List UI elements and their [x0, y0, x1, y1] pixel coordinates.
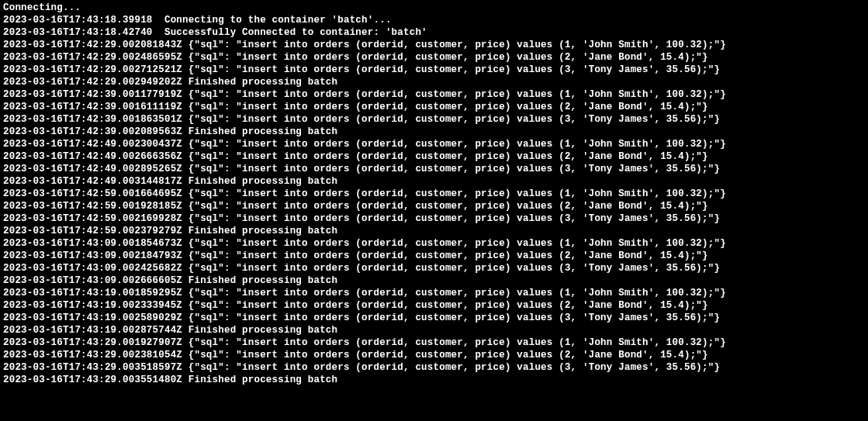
log-line: 2023-03-16T17:43:18.39918 Connecting to …	[3, 14, 865, 26]
log-line: 2023-03-16T17:43:09.002666605Z Finished …	[3, 274, 865, 287]
log-line: 2023-03-16T17:43:19.002333945Z {"sql": "…	[3, 299, 865, 312]
log-line: 2023-03-16T17:42:39.001611119Z {"sql": "…	[3, 101, 865, 113]
log-line: 2023-03-16T17:43:09.002184793Z {"sql": "…	[3, 250, 865, 262]
log-line: 2023-03-16T17:42:39.001863501Z {"sql": "…	[3, 113, 865, 126]
log-line: 2023-03-16T17:42:49.002666356Z {"sql": "…	[3, 150, 865, 163]
log-line: 2023-03-16T17:42:39.001177919Z {"sql": "…	[3, 88, 865, 101]
log-line: 2023-03-16T17:43:19.002875744Z Finished …	[3, 324, 865, 336]
log-line: 2023-03-16T17:42:29.002712521Z {"sql": "…	[3, 64, 865, 76]
log-line: 2023-03-16T17:43:29.003518597Z {"sql": "…	[3, 361, 865, 374]
log-line: 2023-03-16T17:42:59.002379279Z Finished …	[3, 225, 865, 237]
log-line: 2023-03-16T17:43:09.001854673Z {"sql": "…	[3, 237, 865, 250]
log-line: Connecting...	[3, 2, 865, 14]
terminal-output[interactable]: Connecting...2023-03-16T17:43:18.39918 C…	[0, 0, 868, 421]
log-line: 2023-03-16T17:43:29.003551480Z Finished …	[3, 374, 865, 386]
log-line: 2023-03-16T17:42:49.002300437Z {"sql": "…	[3, 138, 865, 150]
log-line: 2023-03-16T17:42:49.003144817Z Finished …	[3, 175, 865, 188]
log-line: 2023-03-16T17:43:19.001859295Z {"sql": "…	[3, 287, 865, 299]
log-line: 2023-03-16T17:43:29.002381054Z {"sql": "…	[3, 349, 865, 361]
log-line: 2023-03-16T17:43:09.002425682Z {"sql": "…	[3, 262, 865, 274]
log-line: 2023-03-16T17:42:49.002895265Z {"sql": "…	[3, 163, 865, 175]
log-line: 2023-03-16T17:42:29.002081843Z {"sql": "…	[3, 39, 865, 51]
log-line: 2023-03-16T17:42:39.002089563Z Finished …	[3, 126, 865, 138]
log-line: 2023-03-16T17:42:59.001928185Z {"sql": "…	[3, 200, 865, 212]
log-line: 2023-03-16T17:43:18.42740 Successfully C…	[3, 26, 865, 39]
log-line: 2023-03-16T17:42:59.002169928Z {"sql": "…	[3, 212, 865, 225]
log-line: 2023-03-16T17:43:29.001927907Z {"sql": "…	[3, 336, 865, 349]
log-line: 2023-03-16T17:42:29.002486595Z {"sql": "…	[3, 51, 865, 64]
log-line: 2023-03-16T17:42:29.002949202Z Finished …	[3, 76, 865, 88]
log-line: 2023-03-16T17:42:59.001664695Z {"sql": "…	[3, 188, 865, 200]
log-line: 2023-03-16T17:43:19.002589029Z {"sql": "…	[3, 312, 865, 324]
